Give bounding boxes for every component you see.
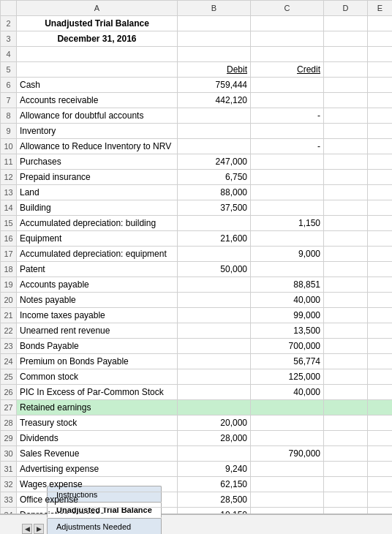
cell-a[interactable] — [17, 62, 178, 78]
cell-d[interactable] — [324, 446, 368, 462]
cell-a[interactable]: Common stock — [17, 369, 178, 385]
cell-b[interactable]: 28,500 — [178, 492, 251, 508]
table-row[interactable]: 30Sales Revenue790,000 — [1, 446, 393, 462]
cell-d[interactable] — [324, 354, 368, 369]
cell-c[interactable]: 1,150 — [251, 216, 324, 231]
cell-e[interactable] — [368, 339, 393, 354]
cell-b[interactable]: 442,120 — [178, 93, 251, 108]
table-row[interactable]: 22Unearned rent revenue13,500 — [1, 323, 393, 339]
cell-b[interactable] — [178, 16, 251, 31]
table-row[interactable]: 9Inventory — [1, 124, 393, 139]
cell-d[interactable] — [324, 124, 368, 139]
cell-b[interactable] — [178, 323, 251, 339]
cell-d[interactable] — [324, 78, 368, 93]
cell-b[interactable] — [178, 247, 251, 262]
cell-b[interactable] — [178, 354, 251, 369]
cell-e[interactable] — [368, 124, 393, 139]
cell-d[interactable] — [324, 277, 368, 293]
cell-e[interactable] — [368, 154, 393, 170]
cell-e[interactable] — [368, 323, 393, 339]
cell-b[interactable] — [178, 47, 251, 62]
cell-d[interactable] — [324, 47, 368, 62]
cell-b[interactable] — [178, 308, 251, 323]
cell-e[interactable] — [368, 170, 393, 185]
cell-e[interactable] — [368, 108, 393, 124]
cell-e[interactable] — [368, 477, 393, 492]
cell-c[interactable] — [251, 477, 324, 492]
cell-e[interactable] — [368, 293, 393, 308]
cell-b[interactable] — [178, 385, 251, 400]
cell-a[interactable]: Unadjusted Trial Balance — [17, 16, 178, 31]
cell-e[interactable] — [368, 400, 393, 415]
cell-b[interactable]: 6,750 — [178, 170, 251, 185]
cell-e[interactable] — [368, 262, 393, 277]
cell-d[interactable] — [324, 308, 368, 323]
table-row[interactable]: 6Cash759,444 — [1, 78, 393, 93]
cell-e[interactable] — [368, 277, 393, 293]
cell-d[interactable] — [324, 477, 368, 492]
cell-c[interactable] — [251, 47, 324, 62]
cell-a[interactable]: December 31, 2016 — [17, 31, 178, 47]
cell-a[interactable]: Depreciation expense — [17, 508, 178, 514]
cell-b[interactable] — [178, 139, 251, 154]
table-row[interactable]: 33Office expense28,500 — [1, 492, 393, 508]
cell-b[interactable]: 9,240 — [178, 462, 251, 477]
table-row[interactable]: 29Dividends28,000 — [1, 431, 393, 446]
cell-c[interactable]: 99,000 — [251, 308, 324, 323]
table-row[interactable]: 8Allowance for doubtful accounts- — [1, 108, 393, 124]
cell-a[interactable]: Accumulated depreciation: building — [17, 216, 178, 231]
cell-d[interactable] — [324, 462, 368, 477]
cell-b[interactable]: 247,000 — [178, 154, 251, 170]
cell-c[interactable] — [251, 262, 324, 277]
cell-e[interactable] — [368, 231, 393, 247]
cell-d[interactable] — [324, 369, 368, 385]
cell-b[interactable] — [178, 216, 251, 231]
table-row[interactable]: 23Bonds Payable700,000 — [1, 339, 393, 354]
table-row[interactable]: 12Prepaid insurance6,750 — [1, 170, 393, 185]
cell-e[interactable] — [368, 354, 393, 369]
cell-d[interactable] — [324, 93, 368, 108]
cell-b[interactable]: 20,000 — [178, 415, 251, 431]
table-row[interactable]: 5DebitCredit — [1, 62, 393, 78]
cell-e[interactable] — [368, 462, 393, 477]
table-row[interactable]: 16Equipment21,600 — [1, 231, 393, 247]
cell-b[interactable]: 10,150 — [178, 508, 251, 514]
cell-e[interactable] — [368, 200, 393, 216]
table-row[interactable]: 13Land88,000 — [1, 185, 393, 200]
table-row[interactable]: 19Accounts payable88,851 — [1, 277, 393, 293]
cell-e[interactable] — [368, 139, 393, 154]
cell-a[interactable]: Accounts payable — [17, 277, 178, 293]
cell-d[interactable] — [324, 200, 368, 216]
cell-e[interactable] — [368, 385, 393, 400]
cell-e[interactable] — [368, 446, 393, 462]
table-row[interactable]: 7Accounts receivable442,120 — [1, 93, 393, 108]
cell-e[interactable] — [368, 216, 393, 231]
table-row[interactable]: 34Depreciation expense10,150 — [1, 508, 393, 514]
cell-c[interactable] — [251, 231, 324, 247]
table-row[interactable]: 32Wages expense62,150 — [1, 477, 393, 492]
table-row[interactable]: 21Income taxes payable99,000 — [1, 308, 393, 323]
cell-e[interactable] — [368, 185, 393, 200]
cell-d[interactable] — [324, 170, 368, 185]
cell-e[interactable] — [368, 415, 393, 431]
cell-a[interactable]: Allowance for doubtful accounts — [17, 108, 178, 124]
cell-e[interactable] — [368, 93, 393, 108]
cell-c[interactable] — [251, 16, 324, 31]
cell-a[interactable]: Income taxes payable — [17, 308, 178, 323]
cell-c[interactable] — [251, 200, 324, 216]
cell-a[interactable]: Cash — [17, 78, 178, 93]
cell-b[interactable]: Debit — [178, 62, 251, 78]
cell-c[interactable] — [251, 93, 324, 108]
cell-c[interactable]: 790,000 — [251, 446, 324, 462]
cell-a[interactable]: Purchases — [17, 154, 178, 170]
cell-c[interactable]: 9,000 — [251, 247, 324, 262]
cell-a[interactable] — [17, 47, 178, 62]
cell-c[interactable]: - — [251, 139, 324, 154]
cell-d[interactable] — [324, 339, 368, 354]
cell-d[interactable] — [324, 400, 368, 415]
cell-c[interactable] — [251, 462, 324, 477]
cell-c[interactable] — [251, 400, 324, 415]
cell-c[interactable]: 700,000 — [251, 339, 324, 354]
cell-e[interactable] — [368, 492, 393, 508]
table-row[interactable]: 2Unadjusted Trial Balance — [1, 16, 393, 31]
